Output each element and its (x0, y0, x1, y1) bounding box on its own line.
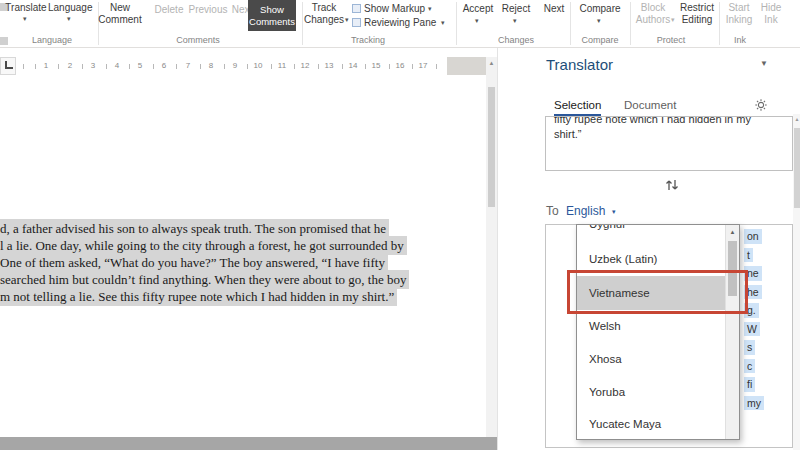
pane-menu-icon[interactable]: ▼ (760, 60, 768, 68)
group-label-language: Language (8, 35, 96, 45)
ruler-number: 16 (394, 61, 406, 71)
restrict-editing-button[interactable]: Editing (676, 14, 718, 25)
tab-selection[interactable]: Selection (554, 99, 601, 116)
ruler-number: 4 (111, 61, 123, 71)
previous-comment-button: Previous (188, 4, 228, 15)
chevron-down-icon: ▾ (475, 17, 479, 24)
clipped-icon (0, 37, 8, 45)
show-markup-button[interactable]: Show Markup (364, 3, 425, 14)
group-label-ink: Ink (712, 35, 768, 45)
text-line[interactable]: d, a father advised his son to always sp… (0, 221, 389, 237)
ruler-right-margin (447, 57, 486, 75)
pane-title: Translator (546, 56, 613, 73)
swap-arrows-icon (664, 177, 680, 193)
document-canvas[interactable]: d, a father advised his son to always sp… (0, 75, 486, 437)
show-comments-button[interactable]: Show Comments (248, 0, 296, 31)
gear-icon[interactable] (754, 98, 768, 112)
ruler-number: 17 (417, 61, 429, 71)
scroll-up-icon[interactable]: ▲ (486, 60, 497, 66)
text-line[interactable]: One of them asked, “What do you have?” T… (0, 255, 388, 271)
compare-button[interactable]: Compare (576, 3, 624, 14)
reviewing-pane-button[interactable]: Reviewing Pane (364, 17, 436, 28)
chevron-down-icon: ▾ (441, 19, 445, 26)
pane-scrollbar[interactable]: ▲ (793, 114, 800, 450)
show-comments-label: Comments (248, 16, 296, 27)
chevron-down-icon: ▾ (513, 17, 517, 24)
ruler-number: 5 (134, 61, 146, 71)
translate-button[interactable]: Translate (4, 2, 48, 13)
start-inking-button: Inking (722, 14, 756, 25)
ruler-number: 13 (323, 61, 335, 71)
restrict-editing-button[interactable]: Restrict (676, 2, 718, 13)
ruler-number: 9 (229, 61, 241, 71)
ruler-number: 15 (370, 61, 382, 71)
language-option[interactable]: Yoruba (577, 376, 725, 409)
text-line[interactable]: searched him but couldn’t find anything.… (0, 272, 409, 288)
block-authors-button: Block (634, 2, 672, 13)
language-option[interactable]: Xhosa (577, 343, 725, 376)
hide-ink-button: Ink (756, 14, 786, 25)
new-comment-button[interactable]: New (96, 2, 144, 13)
ruler-number: 3 (87, 61, 99, 71)
tab-document[interactable]: Document (624, 99, 676, 111)
scroll-up-icon[interactable]: ▲ (726, 229, 739, 235)
ruler-number: 12 (299, 61, 311, 71)
chevron-down-icon: ▾ (67, 15, 71, 22)
ruler-number: 8 (205, 61, 217, 71)
accept-button[interactable]: Accept (458, 3, 498, 14)
next-change-button[interactable]: Next (538, 3, 570, 14)
group-label-changes: Changes (470, 35, 562, 45)
translation-fragments: on t ne he g. W s c fi my (744, 229, 764, 414)
language-button[interactable]: Language (48, 2, 92, 13)
hide-ink-button: Hide (756, 2, 786, 13)
ruler-number: 7 (182, 61, 194, 71)
language-option[interactable]: Yucatec Maya (577, 409, 725, 440)
block-authors-button: Authors (634, 14, 672, 25)
ruler-number: 6 (158, 61, 170, 71)
group-label-compare: Compare (566, 35, 634, 45)
ruler-number: 1 (40, 61, 52, 71)
scroll-up-icon[interactable]: ▲ (793, 117, 800, 122)
group-separator (630, 2, 631, 45)
delete-comment-button: Delete (150, 4, 188, 15)
to-label: To (546, 204, 559, 218)
group-label-tracking: Tracking (320, 35, 416, 45)
scrollbar-thumb[interactable] (488, 87, 495, 207)
reviewing-pane-icon (352, 18, 361, 27)
source-text: fifty rupee note which I had hidden in m… (554, 116, 792, 127)
swap-languages-button[interactable] (664, 177, 682, 195)
reject-button[interactable]: Reject (498, 3, 534, 14)
track-changes-button[interactable]: Changes (304, 14, 344, 25)
chevron-down-icon: ▾ (345, 16, 349, 23)
language-option[interactable]: Uyghur (577, 225, 725, 243)
chevron-down-icon: ▾ (428, 5, 432, 12)
group-separator (456, 2, 457, 45)
language-dropdown-list: Uyghur Uzbek (Latin) Vietnamese Welsh Xh… (576, 224, 740, 440)
ribbon: Translate ▾ Language ▾ Language New Comm… (0, 0, 800, 48)
language-option[interactable]: Welsh (577, 310, 725, 343)
dropdown-scrollbar[interactable]: ▲ (725, 225, 739, 439)
group-label-protect: Protect (640, 35, 702, 45)
translator-pane: Translator ▼ Selection Document fifty ru… (497, 48, 800, 450)
page-background (0, 437, 497, 450)
source-text-box[interactable]: fifty rupee note which I had hidden in m… (545, 116, 793, 171)
chevron-down-icon: ▾ (597, 17, 601, 24)
show-comments-label: Show (248, 4, 296, 15)
document-scrollbar[interactable]: ▲ (486, 57, 497, 437)
ruler: 1 2 3 4 5 6 7 8 9 10 11 12 13 14 15 16 1… (0, 57, 486, 75)
scrollbar-thumb[interactable] (794, 128, 800, 208)
ruler-number: 10 (252, 61, 264, 71)
track-changes-button[interactable]: Track (304, 2, 344, 13)
chevron-down-icon: ▾ (612, 208, 616, 215)
ruler-number: 11 (276, 61, 288, 71)
chevron-down-icon: ▾ (23, 15, 27, 22)
tab-stop-selector[interactable] (0, 57, 16, 75)
group-label-comments: Comments (146, 35, 250, 45)
ruler-number: 2 (64, 61, 76, 71)
start-inking-button: Start (722, 2, 756, 13)
text-line[interactable]: l a lie. One day, while going to the cit… (0, 238, 407, 254)
text-line[interactable]: m not telling a lie. See this fifty rupe… (0, 289, 397, 305)
source-text: shirt.” (554, 127, 792, 142)
new-comment-button[interactable]: Comment (96, 14, 144, 25)
to-language-dropdown[interactable]: English (566, 204, 605, 218)
